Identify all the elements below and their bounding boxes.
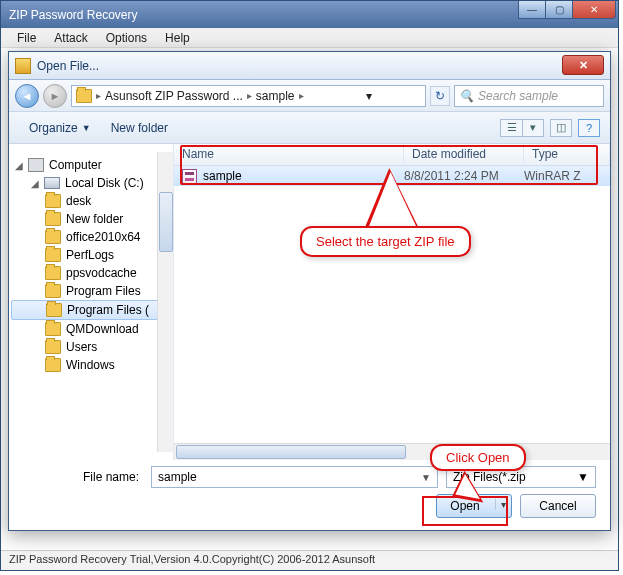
dialog-navbar: ◄ ► ▸ Asunsoft ZIP Password ... ▸ sample… <box>9 80 610 112</box>
folder-icon <box>45 284 61 298</box>
file-name: sample <box>203 169 242 183</box>
organize-label: Organize <box>29 121 78 135</box>
column-name[interactable]: Name <box>174 144 404 165</box>
chevron-down-icon[interactable]: ▼ <box>577 470 589 484</box>
view-mode-button[interactable]: ☰ ▾ <box>500 119 544 137</box>
folder-icon <box>45 230 61 244</box>
tree-folder[interactable]: office2010x64 <box>11 228 171 246</box>
tree-folder[interactable]: New folder <box>11 210 171 228</box>
tree-label: ppsvodcache <box>66 266 137 280</box>
close-button[interactable]: ✕ <box>572 1 616 19</box>
filename-input[interactable]: sample ▼ <box>151 466 438 488</box>
folder-icon <box>45 194 61 208</box>
new-folder-button[interactable]: New folder <box>101 117 178 139</box>
search-icon: 🔍 <box>459 89 474 103</box>
drive-icon <box>44 177 60 189</box>
dialog-close-button[interactable]: ✕ <box>562 55 604 75</box>
folder-icon <box>45 322 61 336</box>
cancel-button[interactable]: Cancel <box>520 494 596 518</box>
open-file-dialog: Open File... ✕ ◄ ► ▸ Asunsoft ZIP Passwo… <box>8 51 611 531</box>
folder-icon <box>45 358 61 372</box>
chevron-down-icon[interactable]: ▼ <box>421 472 431 483</box>
file-list[interactable]: Name Date modified Type sample8/8/2011 2… <box>174 144 610 460</box>
open-label: Open <box>450 499 479 513</box>
folder-icon <box>45 248 61 262</box>
breadcrumb-dropdown-icon[interactable]: ▾ <box>360 89 421 103</box>
tree-label: Local Disk (C:) <box>65 176 144 190</box>
tree-expand-icon[interactable]: ◢ <box>31 178 39 189</box>
column-date[interactable]: Date modified <box>404 144 524 165</box>
scrollbar-thumb[interactable] <box>159 192 173 252</box>
dialog-icon <box>15 58 31 74</box>
tree-label: desk <box>66 194 91 208</box>
scrollbar-thumb[interactable] <box>176 445 406 459</box>
tree-folder[interactable]: PerfLogs <box>11 246 171 264</box>
tree-folder[interactable]: ppsvodcache <box>11 264 171 282</box>
help-button[interactable]: ? <box>578 119 600 137</box>
dialog-titlebar[interactable]: Open File... ✕ <box>9 52 610 80</box>
menubar: File Attack Options Help <box>1 28 618 48</box>
tree-folder[interactable]: QMDownload <box>11 320 171 338</box>
archive-icon <box>182 169 197 184</box>
folder-icon <box>45 212 61 226</box>
list-row[interactable]: sample8/8/2011 2:24 PMWinRAR Z <box>174 166 610 186</box>
list-hscrollbar[interactable] <box>174 443 610 460</box>
tree-folder[interactable]: Program Files <box>11 282 171 300</box>
computer-icon <box>28 158 44 172</box>
breadcrumb[interactable]: ▸ Asunsoft ZIP Password ... ▸ sample ▸ ▾ <box>71 85 426 107</box>
filename-label: File name: <box>23 470 143 484</box>
menu-attack[interactable]: Attack <box>46 29 95 47</box>
breadcrumb-segment[interactable]: sample <box>256 89 295 103</box>
tree-label: Users <box>66 340 97 354</box>
breadcrumb-segment[interactable]: Asunsoft ZIP Password ... <box>105 89 243 103</box>
filename-value: sample <box>158 470 197 484</box>
preview-pane-button[interactable]: ◫ <box>550 119 572 137</box>
column-type[interactable]: Type <box>524 144 610 165</box>
statusbar: ZIP Password Recovery Trial,Version 4.0.… <box>1 550 618 570</box>
tree-computer[interactable]: ◢ Computer <box>11 156 171 174</box>
tree-folder[interactable]: Users <box>11 338 171 356</box>
nav-forward-button[interactable]: ► <box>43 84 67 108</box>
search-input[interactable]: 🔍 Search sample <box>454 85 604 107</box>
menu-help[interactable]: Help <box>157 29 198 47</box>
chevron-icon: ▸ <box>247 90 252 101</box>
main-titlebar[interactable]: ZIP Password Recovery — ▢ ✕ <box>1 1 618 28</box>
file-date: 8/8/2011 2:24 PM <box>404 169 524 183</box>
dialog-title: Open File... <box>37 59 99 73</box>
tree-expand-icon[interactable]: ◢ <box>15 160 23 171</box>
menu-file[interactable]: File <box>9 29 44 47</box>
filetype-filter[interactable]: Zip Files(*.zip ▼ <box>446 466 596 488</box>
chevron-down-icon: ▼ <box>82 123 91 133</box>
main-window-title: ZIP Password Recovery <box>9 8 138 22</box>
organize-button[interactable]: Organize ▼ <box>19 117 101 139</box>
folder-icon <box>45 266 61 280</box>
list-header[interactable]: Name Date modified Type <box>174 144 610 166</box>
menu-options[interactable]: Options <box>98 29 155 47</box>
nav-back-button[interactable]: ◄ <box>15 84 39 108</box>
folder-tree[interactable]: ◢ Computer ◢ Local Disk (C:) deskNew fol… <box>9 144 174 460</box>
file-type: WinRAR Z <box>524 169 581 183</box>
tree-drive[interactable]: ◢ Local Disk (C:) <box>11 174 171 192</box>
chevron-down-icon: ▾ <box>522 119 544 137</box>
minimize-button[interactable]: — <box>518 1 546 19</box>
folder-icon <box>46 303 62 317</box>
tree-folder[interactable]: Program Files ( <box>11 300 171 320</box>
tree-label: QMDownload <box>66 322 139 336</box>
tree-folder[interactable]: desk <box>11 192 171 210</box>
tree-label: New folder <box>66 212 123 226</box>
tree-label: Windows <box>66 358 115 372</box>
tree-label: Program Files ( <box>67 303 149 317</box>
chevron-icon: ▸ <box>299 90 304 101</box>
tree-label: Computer <box>49 158 102 172</box>
search-placeholder: Search sample <box>478 89 558 103</box>
open-button[interactable]: Open <box>436 494 512 518</box>
tree-scrollbar[interactable] <box>157 152 173 452</box>
tree-label: Program Files <box>66 284 141 298</box>
maximize-button[interactable]: ▢ <box>545 1 573 19</box>
dialog-footer: File name: sample ▼ Zip Files(*.zip ▼ Op… <box>9 460 610 530</box>
chevron-icon: ▸ <box>96 90 101 101</box>
folder-icon <box>76 89 92 103</box>
refresh-button[interactable]: ↻ <box>430 86 450 106</box>
tree-folder[interactable]: Windows <box>11 356 171 374</box>
filter-label: Zip Files(*.zip <box>453 470 526 484</box>
